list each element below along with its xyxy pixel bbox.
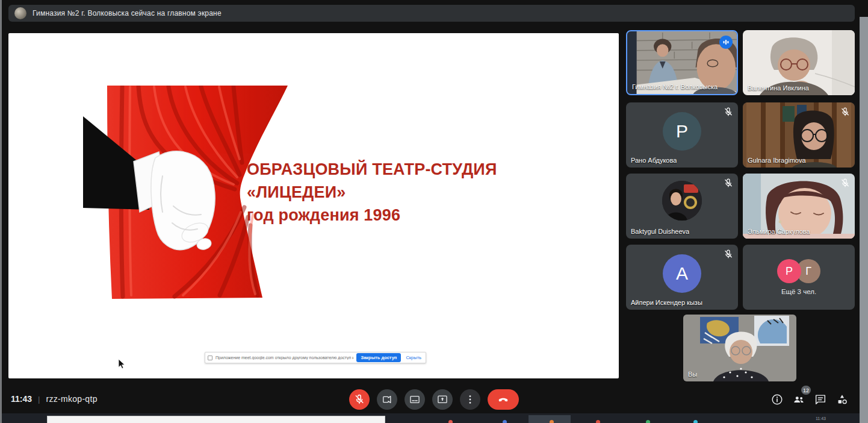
participant-name: Gulnara Ibragimova — [748, 157, 806, 164]
taskbar-app-icon — [646, 420, 650, 423]
leave-call-button[interactable] — [488, 389, 519, 410]
activities-button[interactable] — [835, 393, 849, 406]
taskbar-app-icon — [503, 420, 507, 423]
hide-notification-button[interactable]: Скрыть — [404, 354, 423, 362]
taskbar-app-icon — [448, 420, 453, 423]
divider: | — [38, 395, 40, 404]
participant-tile-overflow[interactable]: Р Г Ещё 3 чел. — [743, 245, 855, 310]
mic-off-icon — [723, 249, 734, 260]
meet-call-screen: { "banner": { "text": "Гимназия №2 г. Во… — [0, 0, 868, 423]
shared-screen-taskbar: 11:43 — [2, 413, 860, 423]
participant-name: Baktygul Duisheeva — [631, 228, 689, 235]
present-screen-button[interactable] — [432, 389, 453, 410]
audio-indicator-icon — [719, 36, 733, 49]
meeting-code: rzz-mkop-qtp — [46, 394, 97, 404]
participant-count-badge: 12 — [801, 386, 811, 395]
slide-title: ОБРАЗЦОВЫЙ ТЕАТР-СТУДИЯ «ЛИЦЕДЕИ» год ро… — [247, 158, 584, 227]
taskbar-app-icon — [596, 420, 600, 423]
avatar: Р — [777, 259, 801, 283]
presenting-banner: Гимназия №2 г. Волковыска сейчас на глав… — [8, 5, 855, 22]
taskbar-clock: 11:43 — [816, 416, 826, 421]
participant-name: Рано Абдукова — [631, 157, 677, 164]
screen-edge-left — [0, 0, 2, 423]
mic-off-icon — [723, 107, 734, 118]
taskbar-window-preview — [47, 416, 385, 423]
screen-edge-right — [860, 17, 868, 423]
participant-tile-elmira[interactable]: Эльмира Саркулова — [743, 174, 855, 239]
self-view-tile[interactable]: Вы — [683, 315, 796, 381]
slide-title-line1: ОБРАЗЦОВЫЙ ТЕАТР-СТУДИЯ — [247, 158, 584, 181]
participant-name: Эльмира Саркулова — [748, 228, 810, 235]
call-controls — [349, 389, 519, 410]
participant-tile-aiperi[interactable]: А Айпери Искендер кызы — [626, 245, 738, 310]
presenter-avatar — [14, 7, 26, 19]
mouse-cursor — [118, 359, 125, 372]
avatar-photo — [662, 181, 702, 221]
chat-button[interactable] — [814, 393, 827, 406]
mic-toggle-button[interactable] — [349, 389, 370, 410]
video-frame — [683, 315, 796, 381]
mic-off-icon — [840, 178, 851, 189]
presentation-stage: ОБРАЗЦОВЫЙ ТЕАТР-СТУДИЯ «ЛИЦЕДЕИ» год ро… — [8, 33, 619, 378]
slide-title-line3: год рождения 1996 — [247, 204, 584, 227]
stop-sharing-button[interactable]: Закрыть доступ — [356, 353, 401, 362]
participant-name: Валентина Ивклина — [748, 84, 809, 92]
presenting-banner-text: Гимназия №2 г. Волковыска сейчас на глав… — [33, 9, 222, 17]
participant-tile-rano[interactable]: Р Рано Абдукова — [626, 102, 738, 168]
screen-share-icon — [208, 356, 212, 360]
self-label: Вы — [688, 371, 697, 378]
overflow-count-label: Ещё 3 чел. — [743, 288, 855, 295]
captions-button[interactable] — [405, 389, 425, 410]
participant-name: Гимназия №2 г. Волковыска — [632, 83, 718, 90]
taskbar-app-icon — [693, 420, 698, 423]
meeting-details: 11:43 | rzz-mkop-qtp — [11, 394, 98, 404]
participants-button[interactable] — [792, 393, 805, 406]
overflow-avatars: Р Г — [743, 259, 855, 283]
mic-off-icon — [840, 107, 851, 118]
screen-share-text: Приложение meet.google.com открыло друго… — [215, 356, 353, 360]
slide-title-line2: «ЛИЦЕДЕИ» — [247, 181, 584, 204]
more-options-button[interactable] — [460, 389, 480, 410]
clock: 11:43 — [11, 394, 32, 404]
participant-tile-valentina[interactable]: Валентина Ивклина — [743, 30, 855, 95]
participant-tile-gimnaziya[interactable]: Гимназия №2 г. Волковыска — [626, 30, 738, 95]
mic-off-icon — [723, 178, 734, 189]
participant-tile-baktygul[interactable]: Baktygul Duisheeva — [626, 174, 738, 239]
screen-share-notification: Приложение meet.google.com открыло друго… — [205, 352, 426, 363]
participant-name: Айпери Искендер кызы — [631, 299, 702, 306]
meeting-info-button[interactable] — [770, 393, 784, 406]
camera-toggle-button[interactable] — [377, 389, 397, 410]
participant-tile-gulnara[interactable]: Gulnara Ibragimova — [743, 102, 855, 168]
avatar: Р — [663, 112, 701, 151]
taskbar-app-icon — [550, 420, 554, 423]
avatar: А — [663, 254, 701, 293]
meeting-panels — [770, 393, 849, 406]
